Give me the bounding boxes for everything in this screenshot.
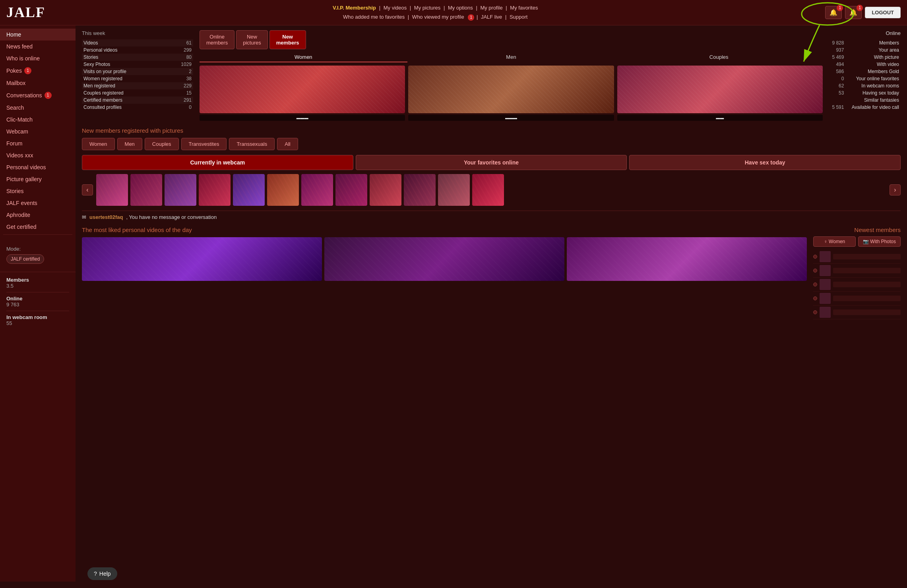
newest-filter-women[interactable]: ♀ Women (813, 236, 856, 247)
row-label: Women registered (82, 75, 167, 82)
nav-support[interactable]: Support (510, 14, 528, 20)
carousel-img-2[interactable] (130, 174, 162, 206)
stat-val: 0 (829, 75, 845, 82)
nav-myfavorites[interactable]: My favorites (510, 5, 538, 11)
member-image-2[interactable] (408, 66, 614, 113)
video-thumb-2[interactable] (324, 237, 564, 281)
notif-badge-2: 1 (857, 5, 863, 11)
sidebar-item-picturegallery[interactable]: Picture gallery (0, 173, 76, 185)
video-thumb-1[interactable] (82, 237, 322, 281)
message-icon: ✉ (82, 214, 86, 220)
nav-vip-link[interactable]: V.I.P. Membership (333, 5, 376, 11)
sidebar-item-pokes[interactable]: Pokes 1 (0, 64, 76, 77)
sidebar-item-whoisonline[interactable]: Who is online (0, 52, 76, 64)
sidebar-item-mailbox[interactable]: Mailbox (0, 77, 76, 89)
pokes-badge: 1 (24, 67, 31, 74)
filter-women[interactable]: Women (82, 138, 115, 150)
sidebar-item-newsfeed[interactable]: News feed (0, 41, 76, 52)
online-dot-1 (813, 255, 817, 259)
member-image-1[interactable] (200, 66, 405, 113)
filter-all[interactable]: All (277, 138, 298, 150)
carousel-img-8[interactable] (335, 174, 367, 206)
sidebar-item-stories[interactable]: Stories (0, 185, 76, 197)
sidebar-item-jalfevents[interactable]: JALF events (0, 197, 76, 209)
tab-online-members[interactable]: Onlinemembers (200, 30, 235, 49)
sidebar-item-forum[interactable]: Forum (0, 137, 76, 149)
table-row: Videos61 (82, 39, 193, 46)
stat-online: Online 9 763 (6, 296, 69, 308)
webcam-btn-currently[interactable]: Currently in webcam (82, 155, 353, 170)
table-row: Personal videos299 (82, 46, 193, 54)
filter-men[interactable]: Men (117, 138, 142, 150)
stat-val: 53 (829, 89, 845, 97)
carousel-img-11[interactable] (438, 174, 470, 206)
help-button[interactable]: ? Help (87, 567, 117, 580)
sidebar-item-getcertified[interactable]: Get certified (0, 221, 76, 233)
sidebar-item-home[interactable]: Home (0, 29, 76, 41)
sidebar-item-webcam[interactable]: Webcam (0, 126, 76, 137)
gender-tab-couples[interactable]: Couples (615, 52, 823, 62)
sidebar-divider-1 (3, 234, 72, 235)
nav-whoviewed[interactable]: Who viewed my profile (412, 14, 464, 20)
nav-whoadded[interactable]: Who added me to favorites (343, 14, 405, 20)
this-week: This week Videos61 Personal videos299 St… (82, 30, 193, 121)
member-col-3: ▬▬ (617, 66, 823, 121)
sidebar-item-aphrodite[interactable]: Aphrodite (0, 209, 76, 221)
notification-bell-2[interactable]: 🔔 1 (845, 6, 862, 19)
nav-myvideos[interactable]: My videos (384, 5, 407, 11)
filter-transvestites[interactable]: Transvestites (181, 138, 227, 150)
table-row: Men registered229 (82, 82, 193, 89)
webcam-btn-havesex[interactable]: Have sex today (629, 155, 901, 170)
member-image-3[interactable] (617, 66, 823, 113)
notification-bell-1[interactable]: 🔔 1 (825, 6, 842, 19)
carousel-prev[interactable]: ‹ (82, 184, 93, 195)
row-label: Videos (82, 39, 167, 46)
carousel-img-9[interactable] (370, 174, 401, 206)
carousel-img-3[interactable] (165, 174, 196, 206)
header: JALF V.I.P. Membership | My videos | My … (0, 0, 907, 25)
content: This week Videos61 Personal videos299 St… (76, 25, 907, 582)
carousel-img-4[interactable] (199, 174, 231, 206)
notif-badge-1: 1 (837, 5, 843, 11)
nav-mypictures[interactable]: My pictures (414, 5, 440, 11)
carousel-img-12[interactable] (472, 174, 504, 206)
table-row: Women registered38 (82, 75, 193, 82)
tab-new-members[interactable]: Newmembers (269, 30, 306, 49)
nav-myprofile[interactable]: My profile (480, 5, 502, 11)
nav-jalflive[interactable]: JALF live (481, 14, 502, 20)
carousel-img-10[interactable] (404, 174, 436, 206)
carousel-img-6[interactable] (267, 174, 299, 206)
carousel-img-7[interactable] (301, 174, 333, 206)
stat-val: 586 (829, 68, 845, 75)
sidebar-item-personalvideos[interactable]: Personal videos (0, 161, 76, 173)
newest-member-row-2 (813, 264, 901, 278)
newest-member-avatar-4 (820, 293, 831, 304)
newest-filter-withphotos[interactable]: 📷 With Photos (858, 236, 901, 247)
carousel-next[interactable]: › (890, 184, 901, 195)
nav-myoptions[interactable]: My options (448, 5, 473, 11)
member-tabs: Onlinemembers Newpictures Newmembers (200, 30, 823, 49)
row-label: Personal videos (82, 46, 167, 54)
row-value: 0 (167, 104, 193, 111)
row-label: Men registered (82, 82, 167, 89)
sidebar-item-clicmatch[interactable]: Clic-Match (0, 114, 76, 126)
logout-button[interactable]: LOGOUT (865, 7, 901, 18)
gender-tab-women[interactable]: Women (200, 52, 407, 62)
sidebar-item-conversations[interactable]: Conversations 1 (0, 89, 76, 102)
online-dot-5 (813, 310, 817, 314)
tab-new-pictures[interactable]: Newpictures (236, 30, 268, 49)
table-row: 937Your area (829, 46, 901, 54)
webcam-buttons: Currently in webcam Your favorites onlin… (82, 155, 901, 170)
video-thumb-3[interactable] (567, 237, 807, 281)
carousel-img-1[interactable] (96, 174, 128, 206)
newest-member-row-4 (813, 292, 901, 306)
carousel-img-5[interactable] (233, 174, 265, 206)
table-row: Visits on your profile2 (82, 68, 193, 75)
gender-tab-men[interactable]: Men (407, 52, 615, 62)
webcam-btn-favorites[interactable]: Your favorites online (356, 155, 627, 170)
filter-couples[interactable]: Couples (145, 138, 179, 150)
online-dot-4 (813, 296, 817, 300)
filter-transsexuals[interactable]: Transsexuals (229, 138, 275, 150)
sidebar-item-videosxxx[interactable]: Videos xxx (0, 149, 76, 161)
sidebar-item-search[interactable]: Search (0, 102, 76, 114)
